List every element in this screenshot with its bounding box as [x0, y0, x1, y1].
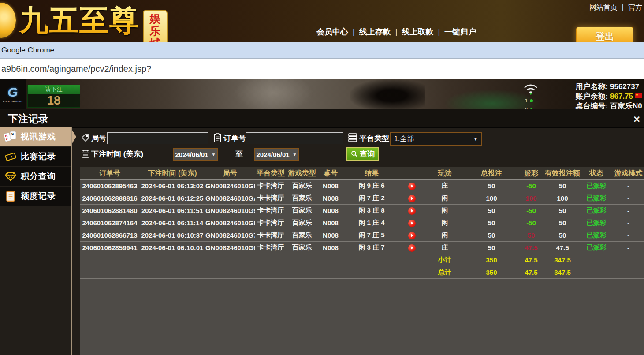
user-name-value: 9562737 [610, 82, 639, 91]
summary-payout: 47.5 [517, 256, 545, 264]
cell-play: 闲 [424, 194, 465, 202]
sidebar-item-points-inquiry[interactable]: 积分查询 [0, 167, 71, 186]
main-nav: 会员中心|线上存款|线上取款|一键归户 [316, 26, 476, 37]
sidebar-item-label: 积分查询 [21, 171, 56, 182]
replay-video-button[interactable] [408, 195, 416, 202]
cell-mode: - [613, 207, 644, 214]
cell-result: 闲 7 庄 5 [344, 231, 399, 239]
replay-video-button[interactable] [408, 207, 416, 215]
date-from-select[interactable]: 2024/06/01 ▼ [173, 148, 218, 161]
order-number-input[interactable] [246, 132, 343, 144]
cell-order: 240601062895463 [80, 182, 139, 190]
chrome-window-title: Google Chrome [1, 46, 54, 55]
table-row: 2406010628888162024-06-01 06:12:25GN0082… [80, 192, 644, 205]
search-button-label: 查询 [360, 149, 375, 159]
cell-order: 240601062888816 [80, 194, 139, 202]
replay-video-button[interactable] [408, 183, 416, 190]
document-icon [3, 191, 18, 202]
table-row: 2406010628954632024-06-01 06:13:02GN0082… [80, 180, 644, 192]
provider-logo: G ASIA GAMING [0, 79, 26, 109]
to-label: 至 [235, 149, 243, 159]
search-button[interactable]: 查询 [346, 147, 379, 161]
line-2[interactable]: 2 [525, 105, 533, 109]
play-icon [411, 209, 413, 213]
replay-video-button[interactable] [408, 232, 416, 239]
cell-play: 闲 [424, 231, 465, 239]
cell-payout: 47.5 [517, 244, 545, 251]
cell-table: N008 [317, 207, 344, 214]
separator: | [622, 4, 624, 11]
table-number-line: 桌台编号: 百家乐N0 [576, 101, 642, 109]
chrome-window-titlebar: Google Chrome [0, 42, 644, 59]
sidebar-item-match-records[interactable]: 比赛记录 [0, 147, 71, 166]
column-header: 总投注 [465, 169, 517, 178]
top-link-1[interactable]: 官方 [628, 4, 642, 11]
balance-line: 账户余额: 867.75 [576, 92, 642, 101]
replay-video-button[interactable] [408, 220, 416, 227]
nav-link-3[interactable]: 一键归户 [444, 27, 476, 36]
cell-platform: 卡卡湾厅 [255, 231, 287, 239]
signal-dot-icon [530, 99, 533, 102]
table-row: 2406010628814802024-06-01 06:11:51GN0082… [80, 205, 644, 217]
line-1[interactable]: 1 [525, 96, 533, 105]
bet-time-label: 下注时间 (美东) [91, 149, 143, 159]
cell-game: 百家乐 [287, 231, 317, 239]
cell-game: 百家乐 [287, 243, 317, 252]
calendar-icon [81, 149, 90, 160]
cell-round: GN008246010G7 [205, 232, 255, 239]
cell-table: N008 [317, 194, 344, 202]
cell-game: 百家乐 [287, 194, 317, 202]
cell-platform: 卡卡湾厅 [255, 182, 287, 190]
top-link-0[interactable]: 网站首页 [589, 4, 618, 11]
modal-titlebar: 下注记录 × [0, 109, 644, 128]
nav-link-0[interactable]: 会员中心 [316, 27, 348, 36]
replay-video-button[interactable] [408, 244, 416, 252]
separator: | [438, 27, 440, 36]
cell-play-button [399, 231, 424, 239]
cell-table: N008 [317, 182, 344, 190]
svg-text:9: 9 [11, 132, 14, 136]
bet-prompt: 请下注 [28, 85, 80, 94]
cell-game: 百家乐 [287, 219, 317, 227]
play-icon [411, 184, 413, 188]
summary-label: 总计 [424, 268, 465, 277]
cell-mode: - [613, 232, 644, 239]
cell-platform: 卡卡湾厅 [255, 194, 287, 202]
column-header: 结果 [344, 169, 399, 178]
logout-button[interactable]: 登出 [576, 27, 633, 42]
tag-icon [81, 134, 90, 144]
cell-order: 240601062859941 [80, 244, 139, 251]
round-number-input[interactable] [107, 132, 208, 144]
cell-valid_bet: 47.5 [545, 244, 580, 251]
cell-result: 闲 3 庄 7 [344, 243, 399, 252]
sidebar-divider [71, 127, 72, 355]
column-header: 桌号 [317, 169, 344, 178]
chevron-down-icon: ▼ [293, 152, 297, 157]
platform-stack-icon [348, 133, 357, 144]
nav-link-1[interactable]: 线上存款 [359, 27, 391, 36]
cell-play-button [399, 194, 424, 202]
column-header: 平台类型 [255, 169, 287, 178]
countdown-value: 18 [47, 94, 60, 107]
sidebar-item-quota-records[interactable]: 额度记录 [0, 187, 71, 206]
summary-valid_bet: 347.5 [545, 269, 580, 276]
play-icon [411, 197, 413, 200]
date-to-select[interactable]: 2024/06/01 ▼ [254, 148, 299, 161]
play-icon [411, 234, 413, 237]
nav-link-2[interactable]: 线上取款 [402, 27, 433, 36]
summary-label: 小计 [424, 256, 465, 264]
diamond-icon [3, 171, 18, 182]
platform-type-select[interactable]: 1.全部 ▼ [390, 132, 482, 146]
sidebar-item-video-games[interactable]: K ♥ 9 视讯游戏 [0, 127, 71, 146]
table-row: 2406010628667132024-06-01 06:10:37GN0082… [80, 229, 644, 242]
subtotal-row: 小计35047.5347.5 [80, 254, 644, 266]
balance-value: 867.75 [610, 92, 633, 101]
play-icon [411, 221, 413, 225]
user-name-line: 用户名称: 9562737 [576, 82, 642, 92]
cell-time: 2024-06-01 06:11:14 [139, 219, 205, 227]
close-icon[interactable]: × [633, 112, 644, 126]
cell-game: 百家乐 [287, 206, 317, 215]
live-game-strip: G ASIA GAMING 请下注 18 1 2 用户名称: 9562737 账… [0, 79, 644, 109]
cell-mode: - [613, 219, 644, 227]
chrome-url-bar[interactable]: a9b6in.com/agingame/pcv2/index.jsp? [0, 59, 644, 79]
